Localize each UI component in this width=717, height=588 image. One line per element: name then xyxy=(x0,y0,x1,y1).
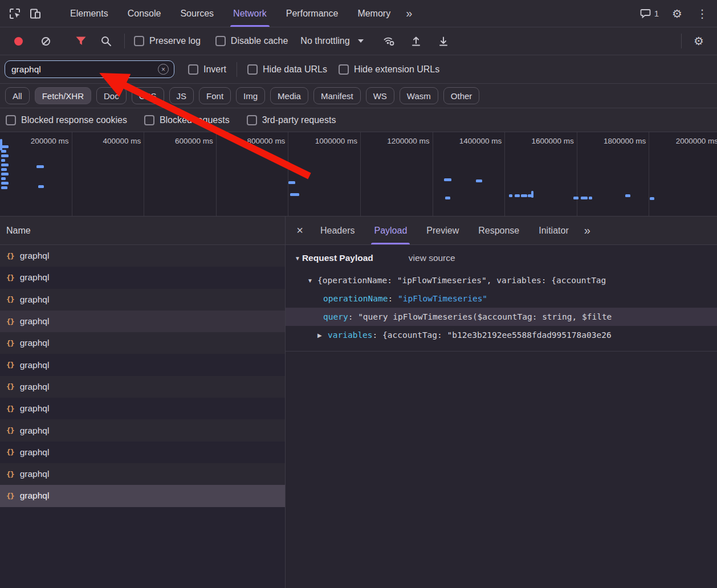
checkbox-box[interactable] xyxy=(247,64,258,75)
network-overview-timeline[interactable]: 200000 ms400000 ms600000 ms800000 ms1000… xyxy=(0,132,717,217)
request-row[interactable]: {}graphql xyxy=(0,463,285,485)
tab-sources[interactable]: Sources xyxy=(170,0,223,27)
filter-icon[interactable] xyxy=(71,31,91,51)
checkbox-label: 3rd-party requests xyxy=(262,115,336,125)
record-network-log-button[interactable] xyxy=(8,31,28,51)
payload-tree-row[interactable]: operationName: "ipFlowTimeseries" xyxy=(286,289,717,308)
network-conditions-icon[interactable] xyxy=(378,31,399,51)
filter-chip-doc[interactable]: Doc xyxy=(96,87,127,104)
payload-tree-row[interactable]: query: "query ipFlowTimeseries($accountT… xyxy=(286,308,717,326)
request-row[interactable]: {}graphql xyxy=(0,376,285,398)
checkbox-3rd-party-requests[interactable]: 3rd-party requests xyxy=(247,115,336,125)
hide-data-urls-checkbox[interactable]: Hide data URLs xyxy=(247,64,327,75)
waterfall-bar xyxy=(1,182,9,185)
tab-network[interactable]: Network xyxy=(223,0,276,27)
more-panels-icon[interactable]: » xyxy=(400,7,418,20)
filter-chip-css[interactable]: CSS xyxy=(132,87,164,104)
fetch-xhr-icon: {} xyxy=(6,492,14,500)
request-payload-section[interactable]: ▼ Request Payload view source xyxy=(286,245,717,271)
tab-memory[interactable]: Memory xyxy=(348,0,400,27)
filter-chip-media[interactable]: Media xyxy=(270,87,308,104)
checkbox-box[interactable] xyxy=(215,36,226,46)
name-column-header[interactable]: Name xyxy=(0,217,285,245)
kebab-menu-icon[interactable]: ⋮ xyxy=(692,3,712,24)
clear-filter-icon[interactable]: × xyxy=(158,64,169,75)
waterfall-bar xyxy=(1,168,7,171)
waterfall-bar xyxy=(1,177,6,180)
collapse-icon[interactable]: ▼ xyxy=(307,277,313,284)
search-icon[interactable] xyxy=(96,31,116,51)
request-row[interactable]: {}graphql xyxy=(0,442,285,463)
request-row[interactable]: {}graphql xyxy=(0,419,285,441)
filter-input-box[interactable]: × xyxy=(5,60,174,78)
payload-tree: ▼{operationName: "ipFlowTimeseries", var… xyxy=(286,271,717,344)
detail-tab-preview[interactable]: Preview xyxy=(417,217,469,244)
filter-chip-manifest[interactable]: Manifest xyxy=(313,87,361,104)
request-name: graphql xyxy=(20,338,50,348)
import-har-icon[interactable] xyxy=(406,31,426,51)
filter-chip-other[interactable]: Other xyxy=(443,87,480,104)
tab-console[interactable]: Console xyxy=(118,0,171,27)
checkbox-box[interactable] xyxy=(188,64,198,75)
detail-tab-response[interactable]: Response xyxy=(469,217,529,244)
checkbox-box[interactable] xyxy=(6,115,16,125)
tab-performance[interactable]: Performance xyxy=(276,0,348,27)
request-row[interactable]: {}graphql xyxy=(0,311,285,332)
timeline-tick-label: 200000 ms xyxy=(0,137,69,145)
request-row[interactable]: {}graphql xyxy=(0,485,285,507)
waterfall-bar xyxy=(1,164,9,166)
export-har-icon[interactable] xyxy=(433,31,454,51)
filter-chip-font[interactable]: Font xyxy=(199,87,231,104)
throttling-select[interactable]: No throttling xyxy=(300,36,363,46)
filter-chip-img[interactable]: Img xyxy=(236,87,265,104)
issues-indicator[interactable]: 1 xyxy=(637,9,662,18)
request-row[interactable]: {}graphql xyxy=(0,289,285,311)
more-detail-tabs-icon[interactable]: » xyxy=(579,224,596,237)
filter-chip-js[interactable]: JS xyxy=(169,87,194,104)
timeline-column: 400000 ms xyxy=(72,132,145,216)
filter-input[interactable] xyxy=(10,64,158,75)
payload-tree-row[interactable]: ▶variables: {accountTag: "b12e3b2192ee55… xyxy=(286,326,717,344)
filter-chip-all[interactable]: All xyxy=(5,87,30,104)
waterfall-bar xyxy=(444,178,451,181)
devtools-settings-gear-icon[interactable]: ⚙ xyxy=(667,3,687,24)
filter-chip-wasm[interactable]: Wasm xyxy=(400,87,438,104)
checkbox-blocked-requests[interactable]: Blocked requests xyxy=(144,115,230,125)
hide-extension-urls-checkbox[interactable]: Hide extension URLs xyxy=(339,64,439,75)
checkbox-box[interactable] xyxy=(339,64,349,75)
waterfall-bar xyxy=(509,194,512,197)
detail-tab-payload[interactable]: Payload xyxy=(364,217,417,244)
invert-checkbox[interactable]: Invert xyxy=(188,64,226,75)
message-bubble-icon xyxy=(640,9,651,18)
checkbox-box[interactable] xyxy=(144,115,154,125)
request-row[interactable]: {}graphql xyxy=(0,398,285,419)
request-row[interactable]: {}graphql xyxy=(0,267,285,288)
preserve-log-checkbox[interactable]: Preserve log xyxy=(134,36,201,46)
clear-network-log-button[interactable] xyxy=(35,31,56,51)
view-source-link[interactable]: view source xyxy=(409,253,455,263)
checkbox-box[interactable] xyxy=(134,36,144,46)
tab-elements[interactable]: Elements xyxy=(60,0,118,27)
checkbox-box[interactable] xyxy=(247,115,257,125)
disable-cache-checkbox[interactable]: Disable cache xyxy=(215,36,288,46)
timeline-column: 1000000 ms xyxy=(288,132,361,216)
filter-chip-fetch-xhr[interactable]: Fetch/XHR xyxy=(35,87,91,104)
request-row[interactable]: {}graphql xyxy=(0,332,285,354)
device-toolbar-icon[interactable] xyxy=(25,3,46,24)
collapse-icon[interactable]: ▼ xyxy=(295,255,300,262)
network-settings-gear-icon[interactable]: ⚙ xyxy=(689,31,709,51)
inspect-element-icon[interactable] xyxy=(5,3,25,24)
close-details-icon[interactable]: × xyxy=(289,217,311,244)
request-row[interactable]: {}graphql xyxy=(0,354,285,375)
waterfall-bar xyxy=(531,191,533,198)
filter-chip-ws[interactable]: WS xyxy=(366,87,394,104)
checkbox-blocked-response-cookies[interactable]: Blocked response cookies xyxy=(6,115,127,125)
timeline-tick-label: 1600000 ms xyxy=(505,137,574,145)
payload-text-segment: operationName xyxy=(323,294,388,303)
payload-tree-row[interactable]: ▼{operationName: "ipFlowTimeseries", var… xyxy=(286,271,717,289)
detail-tab-initiator[interactable]: Initiator xyxy=(529,217,578,244)
detail-tab-headers[interactable]: Headers xyxy=(311,217,364,244)
expand-icon[interactable]: ▶ xyxy=(317,332,324,338)
payload-text-segment: : xyxy=(348,312,358,321)
request-row[interactable]: {}graphql xyxy=(0,245,285,267)
